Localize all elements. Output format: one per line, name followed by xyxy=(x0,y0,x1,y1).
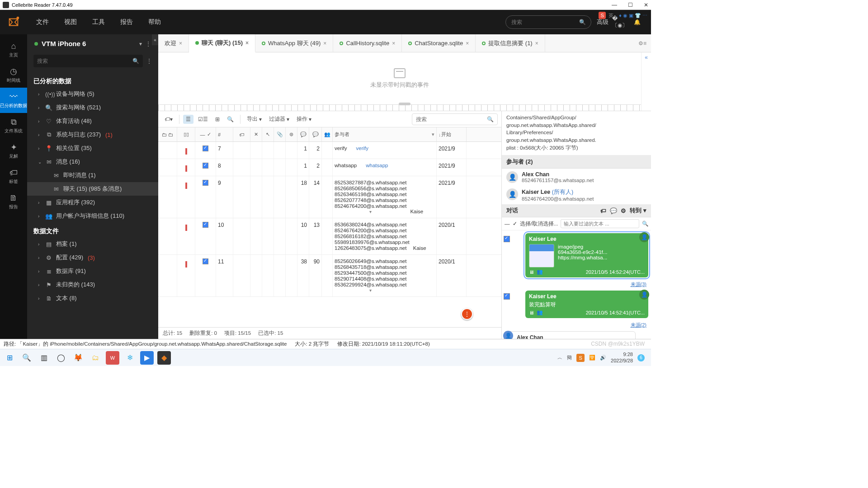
tree-item[interactable]: ›♡体育活动 (48) xyxy=(27,114,158,128)
jump-button[interactable]: 转到 ▾ xyxy=(630,206,646,215)
grid-search[interactable]: 🔍 xyxy=(412,113,498,125)
table-row[interactable]: 8 1 2 whatsappwhatsapp 2021/9 xyxy=(158,159,501,176)
bubble-icon[interactable]: 💬 xyxy=(610,207,617,214)
tab-close-icon[interactable]: × xyxy=(245,40,249,46)
menu-view[interactable]: 视图 xyxy=(64,18,77,26)
conversation-filter-input[interactable] xyxy=(561,219,639,228)
tree-item[interactable]: ⌄✉消息 (16) xyxy=(27,155,158,169)
tab-close-icon[interactable]: × xyxy=(535,40,538,47)
rail-reports[interactable]: 🗎报告 xyxy=(0,189,27,214)
menu-report[interactable]: 报告 xyxy=(120,18,133,26)
tag-icon[interactable]: 🏷 xyxy=(600,207,606,214)
table-row[interactable]: 7 1 2 verifyverify 2021/9 xyxy=(158,142,501,159)
timeline-collapse-button[interactable]: « xyxy=(641,52,651,111)
tag-dropdown-button[interactable]: 🏷▾ xyxy=(162,115,175,124)
conversation-body[interactable]: 👤 Kaiser Lee image/jpeg694a3658-e9c2-41f… xyxy=(502,230,651,339)
tab[interactable]: ChatStorage.sqlite× xyxy=(402,34,476,52)
tree-item[interactable]: ›≣数据库 (91) xyxy=(27,264,158,278)
row-checkbox[interactable] xyxy=(203,163,208,169)
tree-item[interactable]: ›⧉系统与日志 (237)(1) xyxy=(27,128,158,141)
message-checkbox[interactable] xyxy=(504,293,510,300)
tab[interactable]: 提取信息摘要 (1)× xyxy=(476,34,545,52)
tree-item[interactable]: ›🗎文本 (8) xyxy=(27,291,158,305)
tree-item[interactable]: ›🔍搜索与网络 (521) xyxy=(27,101,158,114)
advanced-link[interactable]: 高级 xyxy=(597,18,609,26)
start-button[interactable]: ⊞ xyxy=(3,351,16,365)
tab[interactable]: 聊天 (聊天) (15)× xyxy=(189,34,255,52)
tab-close-icon[interactable]: × xyxy=(392,40,395,47)
rail-insight[interactable]: ✦见解 xyxy=(0,138,27,164)
col-index[interactable]: # xyxy=(216,127,233,141)
app-circle-icon[interactable]: ◯ xyxy=(54,351,68,365)
message-checkbox[interactable] xyxy=(504,236,510,242)
source-link[interactable]: 来源(3) xyxy=(504,281,646,288)
timeline-scrollbar-thumb[interactable] xyxy=(399,103,410,105)
tray-volume-icon[interactable]: 🔊 xyxy=(600,355,606,361)
close-button[interactable]: ✕ xyxy=(644,2,648,8)
message-row[interactable]: 👤 Kaiser Lee 装完點算呀 🖥👥2021/10/5 14:52:41(… xyxy=(504,291,648,318)
table-row[interactable]: 10 10 13 85366380244@s.whatsapp.net85246… xyxy=(158,218,501,255)
view-list-button[interactable]: ☰ xyxy=(183,115,193,124)
row-checkbox[interactable] xyxy=(203,258,208,264)
explorer-icon[interactable]: 🗂 xyxy=(89,351,102,365)
device-dropdown-icon[interactable]: ▾ xyxy=(139,41,142,47)
menu-help[interactable]: 帮助 xyxy=(148,18,161,26)
rail-timeline[interactable]: ◷时间线 xyxy=(0,62,27,88)
firefox-icon[interactable]: 🦊 xyxy=(71,351,85,365)
view-checklist-button[interactable]: ☑☰ xyxy=(195,115,211,124)
device-more-icon[interactable]: ⋮ xyxy=(146,41,151,47)
wps-icon[interactable]: W xyxy=(106,351,119,365)
menu-tools[interactable]: 工具 xyxy=(92,18,105,26)
col-participants[interactable]: 参与者▾ xyxy=(333,127,437,141)
sidebar-search-input[interactable] xyxy=(37,58,132,64)
message-row[interactable]: 👤Alex Chan xyxy=(504,331,648,339)
tray-lang[interactable]: 簡 xyxy=(567,354,572,361)
cellebrite-icon[interactable]: ◆ xyxy=(157,351,171,365)
floating-action-button[interactable]: ⋮ xyxy=(461,308,473,320)
tree-item[interactable]: ›📍相关位置 (35) xyxy=(27,141,158,155)
taskbar-search-icon[interactable]: 🔍 xyxy=(20,351,33,365)
tabs-settings-icon[interactable]: ⚙≡ xyxy=(634,34,651,52)
app-blue2-icon[interactable]: ▶ xyxy=(140,351,154,365)
filter-button[interactable]: 过滤器 ▾ xyxy=(266,114,292,124)
tab[interactable]: 欢迎× xyxy=(158,34,189,52)
tree-item[interactable]: ›▦应用程序 (392) xyxy=(27,196,158,209)
rail-tags[interactable]: 🏷标签 xyxy=(0,164,27,189)
tab[interactable]: WhatsApp 聊天 (49)× xyxy=(255,34,333,52)
sidebar-search-more-icon[interactable]: ⋮ xyxy=(146,58,152,64)
minimize-button[interactable]: — xyxy=(612,2,617,8)
export-button[interactable]: 导出 ▾ xyxy=(244,114,264,124)
sidebar-search[interactable]: 🔍 xyxy=(33,55,143,67)
tab-close-icon[interactable]: × xyxy=(323,40,326,47)
select-toggle[interactable]: 选择/取消选择... xyxy=(520,221,558,227)
grid-search-input[interactable] xyxy=(416,116,487,122)
view-search-button[interactable]: 🔍 xyxy=(224,115,236,124)
message-row[interactable]: 👤 Kaiser Lee image/jpeg694a3658-e9c2-41f… xyxy=(504,233,648,277)
tree-item[interactable]: ✉聊天 (15) (985 条消息) xyxy=(27,182,158,196)
tab[interactable]: CallHistory.sqlite× xyxy=(333,34,402,52)
rail-analyzed[interactable]: 〰已分析的数据 xyxy=(0,88,27,113)
action-button[interactable]: 操作 ▾ xyxy=(294,114,314,124)
maximize-button[interactable]: ☐ xyxy=(628,2,633,8)
tab-close-icon[interactable]: × xyxy=(179,40,182,47)
row-checkbox[interactable] xyxy=(203,145,208,151)
tray-wifi-icon[interactable]: 🛜 xyxy=(589,355,595,361)
tree-item[interactable]: ›▤档案 (1) xyxy=(27,237,158,251)
tree-item[interactable]: ›⚙配置 (429)(3) xyxy=(27,251,158,264)
row-checkbox[interactable] xyxy=(203,180,208,186)
source-link[interactable]: 来源(2) xyxy=(504,322,646,328)
global-search[interactable]: 🔍 xyxy=(505,15,591,29)
tree-item[interactable]: ›⚑未归类的 (143) xyxy=(27,278,158,291)
rail-home[interactable]: ⌂主页 xyxy=(0,37,27,62)
menu-file[interactable]: 文件 xyxy=(36,18,49,26)
tree-item[interactable]: ›👥用户帐户与详细信息 (110) xyxy=(27,209,158,223)
app-blue-icon[interactable]: ❄ xyxy=(123,351,137,365)
tree-item[interactable]: ✉即时消息 (1) xyxy=(27,169,158,182)
row-checkbox[interactable] xyxy=(203,222,208,228)
view-grid-button[interactable]: ⊞ xyxy=(212,115,222,124)
gear-icon[interactable]: ⚙ xyxy=(621,207,626,214)
global-search-input[interactable] xyxy=(511,19,579,25)
tab-close-icon[interactable]: × xyxy=(466,40,469,47)
col-start[interactable]: ↓开始 xyxy=(437,127,467,141)
sidebar-collapse-button[interactable]: « xyxy=(152,34,158,45)
